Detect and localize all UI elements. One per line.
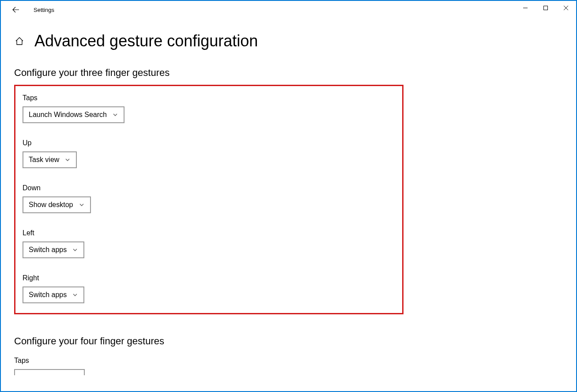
close-icon	[563, 5, 569, 11]
maximize-button[interactable]	[536, 1, 556, 15]
chevron-down-icon	[72, 292, 78, 298]
right-label: Right	[23, 274, 395, 282]
down-label: Down	[23, 184, 395, 192]
left-label: Left	[23, 229, 395, 237]
chevron-down-icon	[64, 157, 71, 163]
home-button[interactable]	[14, 36, 25, 46]
right-dropdown[interactable]: Switch apps	[23, 286, 84, 303]
taps-label: Taps	[23, 94, 395, 102]
left-dropdown[interactable]: Switch apps	[23, 241, 84, 258]
right-dropdown-value: Switch apps	[29, 291, 67, 299]
highlight-annotation-box: Taps Launch Windows Search Up Task view …	[14, 85, 404, 314]
four-finger-heading: Configure your four finger gestures	[14, 335, 563, 347]
chevron-down-icon	[72, 247, 78, 253]
home-icon	[15, 36, 24, 46]
back-arrow-icon	[12, 6, 20, 14]
svg-rect-1	[544, 6, 548, 10]
content-area: Advanced gesture configuration Configure…	[1, 19, 576, 377]
three-finger-heading: Configure your three finger gestures	[14, 67, 563, 79]
up-label: Up	[23, 139, 395, 147]
header-row: Advanced gesture configuration	[14, 32, 563, 50]
titlebar: Settings	[1, 1, 576, 19]
four-taps-dropdown[interactable]	[14, 369, 85, 375]
back-button[interactable]	[9, 3, 23, 17]
down-dropdown-value: Show desktop	[29, 201, 73, 209]
minimize-button[interactable]	[515, 1, 536, 15]
close-button[interactable]	[556, 1, 576, 15]
four-taps-label: Taps	[14, 357, 563, 365]
chevron-down-icon	[112, 112, 118, 118]
maximize-icon	[543, 5, 548, 11]
up-dropdown[interactable]: Task view	[23, 151, 77, 168]
page-title: Advanced gesture configuration	[34, 32, 258, 50]
chevron-down-icon	[79, 202, 85, 208]
up-dropdown-value: Task view	[29, 156, 59, 164]
down-dropdown[interactable]: Show desktop	[23, 196, 91, 213]
minimize-icon	[523, 5, 528, 11]
window-title: Settings	[34, 7, 54, 13]
left-dropdown-value: Switch apps	[29, 246, 67, 254]
window-controls	[515, 1, 576, 15]
taps-dropdown[interactable]: Launch Windows Search	[23, 106, 124, 123]
taps-dropdown-value: Launch Windows Search	[29, 111, 107, 119]
